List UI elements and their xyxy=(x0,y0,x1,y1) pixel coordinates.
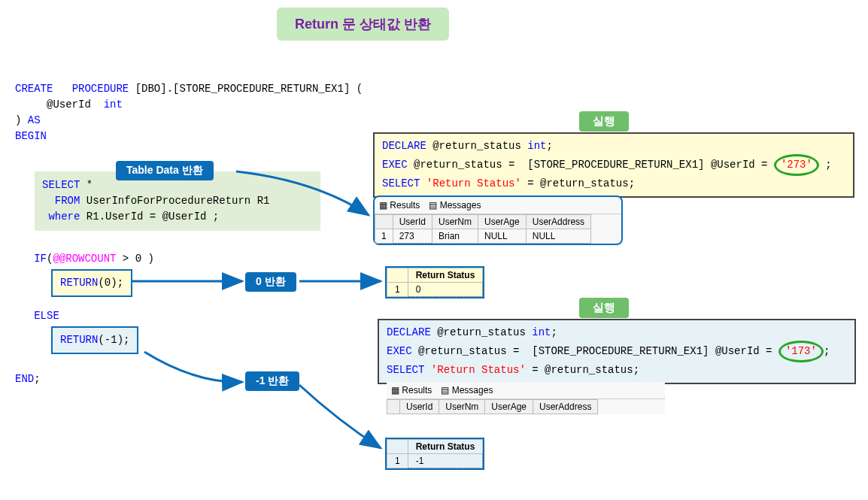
arrows-overlay xyxy=(0,0,868,500)
results-tab: ▦ Results xyxy=(379,200,420,211)
badge-return0: 0 반환 xyxy=(245,272,296,292)
else-line: ELSE xyxy=(15,308,59,324)
title-text: Return 문 상태값 반환 xyxy=(295,17,431,32)
status-result-minus1: Return Status 1-1 xyxy=(385,438,484,470)
results-tab: ▦ Results xyxy=(391,385,432,395)
result-tabs-1: ▦ Results ▤ Messages xyxy=(375,197,621,214)
run-badge-1: 실행 xyxy=(579,111,629,132)
return1-box: RETURN(-1); xyxy=(51,326,138,354)
messages-tab: ▤ Messages xyxy=(441,385,493,395)
status-result-0: Return Status 10 xyxy=(385,266,484,298)
proc-header: CREATE PROCEDURE [DBO].[STORE_PROCEDURE_… xyxy=(15,81,363,144)
result-header-row: UserId UserNm UserAge UserAddress xyxy=(387,400,598,414)
badge-return-minus1: -1 반환 xyxy=(245,371,299,391)
return0-box: RETURN(0); xyxy=(51,269,132,297)
result-table-2: UserId UserNm UserAge UserAddress xyxy=(387,399,598,414)
result-table-1: UserId UserNm UserAge UserAddress 1 273 … xyxy=(375,214,591,244)
run-badge-2: 실행 xyxy=(579,298,629,318)
result-grid-2: ▦ Results ▤ Messages UserId UserNm UserA… xyxy=(387,382,665,414)
result-grid-1: ▦ Results ▤ Messages UserId UserNm UserA… xyxy=(373,195,623,245)
end-line: END; xyxy=(15,371,41,387)
result-data-row: 1 273 Brian NULL NULL xyxy=(375,229,591,244)
badge-table-data: Table Data 반환 xyxy=(116,161,214,180)
result-header-row: UserId UserNm UserAge UserAddress xyxy=(375,215,591,229)
title-badge: Return 문 상태값 반환 xyxy=(277,8,449,41)
if-line: IF(@@ROWCOUNT > 0 ) xyxy=(15,251,154,267)
exec-box-1: DECLARE @return_status int; EXEC @return… xyxy=(373,132,854,198)
result-tabs-2: ▦ Results ▤ Messages xyxy=(387,382,665,399)
exec-box-2: DECLARE @return_status int; EXEC @return… xyxy=(378,319,856,384)
messages-tab: ▤ Messages xyxy=(429,200,481,211)
